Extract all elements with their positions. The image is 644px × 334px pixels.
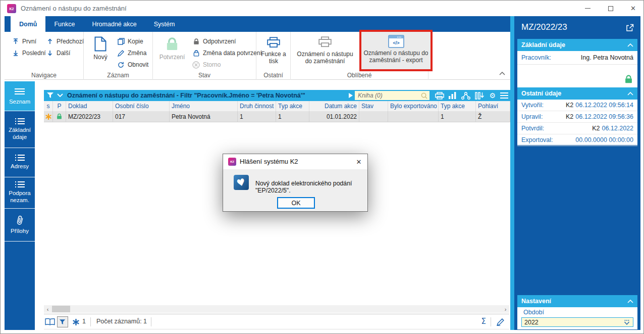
favorite-print-notification-button[interactable]: Oznámení o nástupu do zaměstnání: [294, 33, 356, 65]
scroll-right-icon[interactable]: ›: [502, 305, 509, 313]
table-row[interactable]: MZ/2022/23 017 Petra Novotná 1 1 01.01.2…: [44, 111, 510, 122]
cancel-record-button[interactable]: Storno: [192, 59, 221, 70]
columns-icon[interactable]: [475, 92, 485, 100]
section-title: Ostatní údaje: [521, 90, 561, 97]
sidebar-item-podpora-nezam[interactable]: Podpora nezam.: [5, 177, 35, 209]
column-header-p[interactable]: P: [53, 101, 66, 111]
sidebar-item-prilohy[interactable]: Přílohy: [5, 209, 35, 242]
panel-splitter[interactable]: [510, 16, 514, 330]
column-header-doklad[interactable]: Doklad: [66, 101, 113, 111]
previous-record-label: Předchozí: [57, 38, 84, 45]
obdobi-combobox[interactable]: 2022: [521, 317, 633, 327]
new-record-button[interactable]: Nový: [88, 34, 113, 61]
unconfirm-button[interactable]: Odpotvrzení: [192, 36, 236, 47]
gear-icon[interactable]: ⚙: [489, 92, 496, 99]
section-header-zakladni-udaje[interactable]: Základní údaje: [517, 39, 637, 51]
book-search-input[interactable]: [358, 92, 413, 99]
scrollbar-thumb[interactable]: [52, 306, 70, 312]
tab-hromadne-akce[interactable]: Hromadné akce: [83, 16, 145, 32]
confirm-label: Potvrzení: [159, 54, 185, 61]
maximize-button[interactable]: [599, 1, 622, 16]
section-body-ostatni-udaje: Vytvořil: K206.12.2022 09:56:14 Upravil:…: [517, 100, 637, 145]
audit-label: Exportoval:: [521, 134, 553, 146]
ribbon-group-stav: Potvrzení Odpotvrzení Změna data potvrze…: [153, 32, 256, 80]
tab-domu[interactable]: Domů: [11, 16, 45, 32]
dropdown-icon[interactable]: [623, 319, 631, 325]
obdobi-label: Období: [523, 309, 544, 316]
sum-icon[interactable]: Σ: [481, 317, 486, 326]
confirm-button[interactable]: Potvrzení: [156, 34, 188, 61]
sidebar-item-seznam[interactable]: Seznam: [5, 81, 35, 111]
favorite-export-notification-button[interactable]: </> Oznámení o nástupu do zaměstnání - e…: [361, 32, 431, 69]
next-record-button[interactable]: Další: [46, 47, 70, 59]
refresh-button[interactable]: Obnovit: [117, 59, 148, 70]
book-icon[interactable]: [45, 318, 55, 326]
pivot-icon[interactable]: [461, 92, 470, 100]
horizontal-scrollbar[interactable]: ‹ ›: [44, 305, 509, 313]
print-icon[interactable]: [435, 92, 444, 100]
menu-icon[interactable]: [500, 92, 508, 99]
chevron-up-icon[interactable]: [627, 92, 633, 96]
open-external-icon[interactable]: [626, 24, 634, 32]
active-filter-button[interactable]: [57, 316, 68, 327]
book-search-box[interactable]: [355, 91, 430, 100]
section-header-ostatni-udaje[interactable]: Ostatní údaje: [517, 87, 637, 100]
lock-blue-icon: [192, 50, 200, 57]
copy-icon: [117, 38, 125, 45]
filter-funnel-icon[interactable]: [46, 92, 55, 99]
functions-print-button[interactable]: Funkce a tisk: [257, 34, 290, 65]
change-confirm-date-button[interactable]: Změna data potvrzení: [192, 47, 262, 59]
cell-stav: [359, 111, 388, 122]
section-header-nastaveni[interactable]: Nastavení: [517, 295, 637, 307]
filter-chevron-down-icon[interactable]: [57, 93, 63, 98]
column-header-pohlavi[interactable]: Pohlaví: [476, 101, 510, 111]
minimize-button[interactable]: [576, 1, 599, 16]
chevron-up-icon[interactable]: [627, 43, 633, 47]
star-filter-icon[interactable]: [73, 319, 79, 325]
column-header-jmeno[interactable]: Jméno: [170, 101, 238, 111]
column-header-druh-cinnost[interactable]: Druh činnost: [238, 101, 276, 111]
arrow-up-bar-icon: [12, 38, 19, 44]
column-header-s[interactable]: s: [44, 101, 53, 111]
chevron-up-icon[interactable]: [627, 300, 633, 303]
edit-button[interactable]: Změna: [117, 47, 146, 59]
detail-list-icon: [15, 118, 25, 124]
detail-list-icon: [15, 155, 25, 161]
copy-button[interactable]: Kopie: [117, 36, 143, 47]
column-header-osobni-cislo[interactable]: Osobní číslo: [113, 101, 170, 111]
first-record-button[interactable]: První: [12, 36, 36, 47]
minimize-icon: [585, 8, 591, 9]
sidebar-item-zakladni-udaje[interactable]: Základní údaje: [5, 111, 35, 148]
window-title: Oznámení o nástupu do zaměstnání: [21, 1, 127, 16]
dialog-close-button[interactable]: ✕: [350, 154, 367, 169]
cell-datum-akce: 01.01.2022: [309, 111, 359, 122]
column-header-datum-akce[interactable]: Datum akce: [309, 101, 359, 111]
ribbon-collapse-button[interactable]: [499, 72, 505, 75]
sidebar-item-adresy[interactable]: Adresy: [5, 148, 35, 177]
audit-user: K2: [592, 125, 600, 132]
close-button[interactable]: ✕: [622, 1, 644, 16]
printer-gray-icon: [318, 33, 332, 51]
tab-system[interactable]: Systém: [145, 16, 184, 32]
last-record-button[interactable]: Poslední: [12, 47, 46, 59]
previous-record-button[interactable]: Předchozí: [46, 36, 84, 47]
chart-icon[interactable]: [449, 92, 457, 99]
column-header-stav[interactable]: Stav: [359, 101, 388, 111]
ribbon: První Poslední Předchozí Další Navigace …: [5, 32, 510, 80]
section-body-zakladni-udaje: Pracovník: Ing. Petra Novotná: [517, 51, 637, 87]
lock-mint-icon: [165, 34, 180, 54]
filter-play-icon[interactable]: [349, 93, 353, 98]
column-header-typ-akce[interactable]: Typ akce: [276, 101, 309, 111]
search-icon: [421, 92, 427, 99]
svg-text:</>: </>: [393, 40, 399, 45]
column-header-bylo-exportovano[interactable]: Bylo exportováno: [388, 101, 439, 111]
sidebar-item-label: Podpora nezam.: [6, 190, 34, 204]
row-asterisk-icon: [44, 111, 53, 122]
section-title: Základní údaje: [521, 41, 565, 49]
scroll-left-icon[interactable]: ‹: [44, 305, 51, 313]
tab-funkce[interactable]: Funkce: [45, 16, 83, 32]
dialog-ok-button[interactable]: OK: [277, 197, 315, 209]
edit-pencil-icon[interactable]: [497, 318, 504, 326]
column-header-typ-akce-2[interactable]: Typ akce: [439, 101, 476, 111]
first-record-label: První: [22, 38, 36, 45]
